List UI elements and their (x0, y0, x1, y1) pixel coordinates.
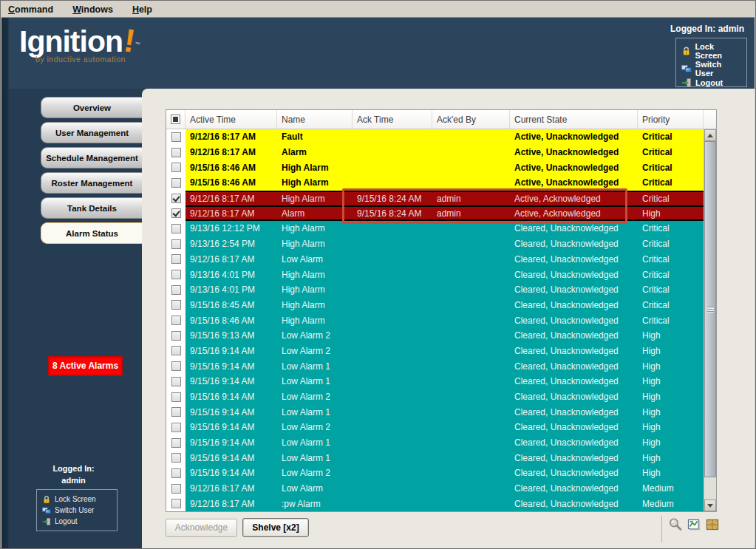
alarm-row[interactable]: 9/15/16 9:13 AMLow Alarm 2Cleared, Unack… (166, 328, 704, 344)
lock-screen-button[interactable]: Lock Screen (42, 495, 112, 504)
search-icon[interactable] (668, 517, 683, 532)
cell-name: :pw Alarm (277, 497, 353, 512)
select-all-checkbox[interactable] (171, 115, 180, 124)
row-checkbox[interactable] (171, 438, 181, 448)
alarm-row[interactable]: 9/13/16 4:01 PMHigh AlarmCleared, Unackn… (166, 282, 704, 298)
row-checkbox[interactable] (171, 346, 181, 355)
row-checkbox[interactable] (171, 423, 181, 432)
row-checkbox[interactable] (171, 392, 181, 402)
row-checkbox[interactable] (171, 148, 181, 157)
alarm-row[interactable]: 9/15/16 8:46 AMHigh AlarmCleared, Unackn… (166, 313, 704, 328)
logout-button[interactable]: Logout (42, 517, 112, 526)
row-checkbox[interactable] (171, 377, 181, 386)
header-cell-ack-ed-by[interactable]: Ack'ed By (432, 110, 510, 129)
alarm-row[interactable]: 9/15/16 9:14 AMLow Alarm 1Cleared, Unack… (166, 435, 704, 451)
alarm-row[interactable]: 9/12/16 8:17 AMAlarmActive, Unacknowledg… (166, 145, 704, 160)
scrollbar-down-button[interactable] (704, 499, 716, 511)
header-cell-current-state[interactable]: Current State (510, 110, 638, 129)
shelve-button[interactable]: Shelve [x2] (242, 518, 309, 537)
switch-user-button[interactable]: Switch User (681, 60, 741, 78)
menu-item-windows[interactable]: Windows (72, 4, 113, 15)
cell-ack-time (353, 328, 432, 344)
alarm-row[interactable]: 9/15/16 9:14 AMLow Alarm 2Cleared, Unack… (166, 420, 704, 435)
row-checkbox[interactable] (171, 468, 181, 478)
alarm-row[interactable]: 9/15/16 9:14 AMLow Alarm 1Cleared, Unack… (166, 358, 704, 374)
alarm-row[interactable]: 9/15/16 9:14 AMLow Alarm 2Cleared, Unack… (166, 344, 704, 359)
alarm-row[interactable]: 9/15/16 8:46 AMHigh AlarmActive, Unackno… (166, 175, 704, 191)
row-checkbox[interactable] (171, 407, 181, 417)
cell-name: Low Alarm (277, 252, 353, 267)
header-cell-active-time[interactable]: Active Time (185, 110, 277, 129)
row-checkbox[interactable] (171, 331, 181, 341)
sidebar-tab-tank-details[interactable]: Tank Details (41, 197, 143, 219)
cell-ack-time (353, 466, 432, 481)
alarm-row[interactable]: 9/12/16 8:17 AMLow AlarmCleared, Unackno… (166, 252, 704, 267)
row-checkbox[interactable] (171, 163, 181, 172)
acknowledge-button[interactable]: Acknowledge (166, 519, 237, 537)
alarm-row[interactable]: 9/15/16 8:45 AMHigh AlarmCleared, Unackn… (166, 298, 704, 313)
row-cells: 9/12/16 8:17 AMLow AlarmCleared, Unackno… (185, 252, 704, 267)
alarm-row[interactable]: 9/12/16 8:17 AM:pw AlarmCleared, Unackno… (166, 497, 704, 512)
lock-screen-button[interactable]: Lock Screen (681, 42, 741, 60)
sidebar-tab-schedule-management[interactable]: Schedule Management (41, 147, 143, 168)
alarm-row[interactable]: 9/12/16 8:17 AMLow AlarmCleared, Unackno… (166, 481, 704, 497)
row-checkbox[interactable] (171, 285, 181, 295)
row-checkbox[interactable] (171, 224, 181, 233)
row-cells: 9/12/16 8:17 AMAlarm9/15/16 8:24 AMadmin… (185, 205, 704, 221)
alarm-row[interactable]: 9/15/16 9:14 AMLow Alarm 2Cleared, Unack… (166, 466, 704, 481)
row-checkbox[interactable] (171, 361, 181, 371)
row-checkbox[interactable] (171, 254, 181, 264)
row-checkbox[interactable] (171, 484, 181, 494)
cell-current-state: Cleared, Unacknowledged (510, 344, 638, 359)
row-checkbox[interactable] (171, 316, 181, 325)
row-checkbox[interactable] (171, 300, 181, 310)
switch-user-button[interactable]: Switch User (42, 506, 112, 515)
cell-current-state: Active, Unacknowledged (510, 129, 638, 145)
down-arrow-icon (707, 504, 713, 508)
row-checkbox[interactable] (171, 194, 181, 203)
alarm-row[interactable]: 9/12/16 8:17 AMAlarm9/15/16 8:24 AMadmin… (166, 205, 704, 221)
row-checkbox[interactable] (171, 239, 181, 249)
row-cells: 9/15/16 8:46 AMHigh AlarmActive, Unackno… (185, 160, 704, 175)
cell-priority: Critical (638, 160, 704, 175)
alarm-row[interactable]: 9/15/16 9:14 AMLow Alarm 1Cleared, Unack… (166, 450, 704, 466)
sidebar-tab-overview[interactable]: Overview (41, 97, 143, 118)
cell-current-state: Active, Acknowledged (510, 207, 638, 219)
chart-export-icon[interactable] (687, 517, 701, 532)
row-checkbox-cell (166, 267, 185, 282)
row-checkbox-cell (166, 450, 185, 466)
row-checkbox[interactable] (171, 132, 181, 142)
alarm-row[interactable]: 9/13/16 12:12 PMHigh AlarmCleared, Unack… (166, 221, 704, 236)
alarm-row[interactable]: 9/15/16 9:14 AMLow Alarm 2Cleared, Unack… (166, 389, 704, 405)
header-cell-ack-time[interactable]: Ack Time (353, 110, 432, 129)
logout-button[interactable]: Logout (681, 78, 741, 88)
row-checkbox[interactable] (171, 208, 181, 218)
alarm-row[interactable]: 9/12/16 8:17 AMHigh Alarm9/15/16 8:24 AM… (166, 191, 704, 206)
sidebar-tab-roster-management[interactable]: Roster Management (41, 172, 143, 194)
scrollbar-up-button[interactable] (704, 129, 716, 141)
row-checkbox[interactable] (171, 178, 181, 188)
vertical-scrollbar[interactable] (704, 129, 716, 511)
scrollbar-thumb[interactable] (704, 141, 716, 477)
cell-active-time: 9/15/16 8:46 AM (185, 160, 277, 175)
row-checkbox[interactable] (171, 499, 181, 508)
menu-item-help[interactable]: Help (132, 4, 152, 15)
shelved-alarms-icon[interactable] (705, 517, 720, 532)
alarm-row[interactable]: 9/13/16 2:54 PMHigh AlarmCleared, Unackn… (166, 236, 704, 252)
header-cell-name[interactable]: Name (277, 110, 353, 129)
header-cell-priority[interactable]: Priority (638, 110, 704, 129)
row-checkbox[interactable] (171, 270, 181, 279)
alarm-row[interactable]: 9/12/16 8:17 AMFaultActive, Unacknowledg… (166, 129, 704, 145)
sidebar-tab-alarm-status[interactable]: Alarm Status (41, 222, 143, 244)
sidebar-tab-user-management[interactable]: User Management (41, 122, 143, 143)
alarm-row[interactable]: 9/15/16 8:46 AMHigh AlarmActive, Unackno… (166, 160, 704, 175)
row-cells: 9/15/16 9:14 AMLow Alarm 1Cleared, Unack… (185, 450, 704, 466)
row-checkbox[interactable] (171, 453, 181, 463)
alarm-row[interactable]: 9/15/16 9:14 AMLow Alarm 1Cleared, Unack… (166, 374, 704, 389)
alarm-row[interactable]: 9/15/16 9:14 AMLow Alarm 1Cleared, Unack… (166, 404, 704, 420)
menu-item-command[interactable]: Command (8, 4, 53, 15)
alarm-row[interactable]: 9/13/16 4:01 PMHigh AlarmCleared, Unackn… (166, 267, 704, 282)
cell-priority: Critical (638, 145, 704, 160)
scrollbar-track[interactable] (704, 141, 716, 499)
row-checkbox-cell (166, 313, 185, 328)
